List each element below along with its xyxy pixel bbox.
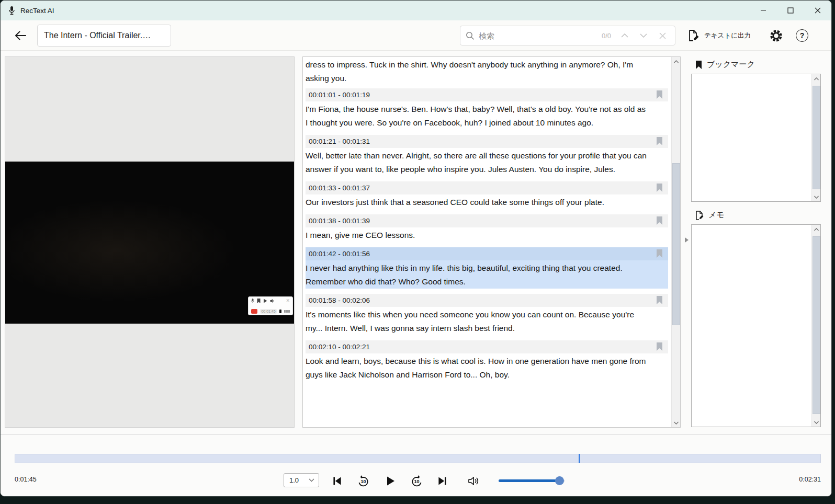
export-text-icon [688,29,699,42]
segment-text: I'm Fiona, the house nurse's. Ben. How's… [306,101,647,130]
transcript-segment[interactable]: 00:01:58 - 00:02:06 It's moments like th… [306,294,647,335]
bookmark-icon[interactable] [656,90,663,99]
bookmarks-list-box[interactable] [691,74,821,202]
volume-button[interactable] [465,472,483,490]
segment-header: 00:01:33 - 00:01:37 [306,181,668,194]
segment-text: Look and learn, boys, because this is wh… [306,353,647,382]
record-badge [251,309,257,314]
scroll-down-arrow-icon[interactable] [672,418,681,427]
segment-header: 00:01:38 - 00:01:39 [306,214,668,227]
scrollbar-thumb[interactable] [672,163,680,325]
previous-button[interactable] [328,472,346,490]
maximize-button[interactable] [777,1,804,20]
rewind-10-button[interactable]: 10 [354,472,373,490]
video-panel: ✕ 00:01:45 [5,56,295,428]
next-button[interactable] [433,472,452,490]
chevron-up-icon [621,33,628,38]
search-match-counter: 0/0 [602,32,611,40]
bookmarks-scrollbar[interactable] [811,74,820,201]
bookmark-icon[interactable] [656,249,663,258]
bookmark-icon [695,61,702,69]
bookmark-icon[interactable] [656,342,663,351]
settings-button[interactable] [768,27,784,44]
scrollbar-thumb[interactable] [813,86,820,189]
maximize-icon [787,7,794,14]
export-text-button[interactable]: テキストに出力 [685,27,754,44]
back-button[interactable] [13,28,28,43]
forward-10-button[interactable]: 10 [407,472,426,490]
scroll-up-arrow-icon[interactable] [812,225,821,234]
panel-expand-handle[interactable] [683,236,690,244]
help-button[interactable]: ? [794,27,810,44]
segment-timestamp: 00:01:21 - 00:01:31 [309,138,370,145]
app-window: RecText AI [0,0,832,497]
minimize-icon [760,7,766,14]
volume-thumb[interactable] [555,476,564,485]
transcript-segment[interactable]: 00:02:10 - 00:02:21 Look and learn, boys… [306,340,647,382]
minimize-button[interactable] [750,1,777,20]
total-time-label: 0:02:31 [776,476,821,483]
segment-timestamp: 00:01:01 - 00:01:19 [309,91,370,99]
segment-header: 00:01:58 - 00:02:06 [306,294,668,307]
app-identity: RecText AI [1,6,54,16]
speaker-icon [467,475,481,487]
transcript-segment[interactable]: 00:01:01 - 00:01:19 I'm Fiona, the house… [306,88,647,130]
triangle-right-icon [685,237,689,243]
scroll-down-arrow-icon[interactable] [812,418,821,427]
video-frame[interactable]: ✕ 00:01:45 [5,162,294,324]
search-prev-button[interactable] [617,28,632,43]
memo-label: メモ [708,210,725,220]
scroll-down-arrow-icon[interactable] [812,192,821,201]
memo-scrollbar[interactable] [811,225,820,427]
speed-value: 1.0 [289,476,299,484]
bookmark-icon[interactable] [656,184,663,192]
recording-overlay[interactable]: ✕ 00:01:45 [248,296,293,315]
play-button[interactable] [381,472,400,490]
progress-bar[interactable] [15,454,821,463]
transcript-segment[interactable]: 00:01:33 - 00:01:37 Our investors just t… [306,181,647,209]
current-time-label: 0:01:45 [15,476,37,483]
stop-icon [279,310,281,313]
microphone-icon [251,299,254,303]
transcript-segment[interactable]: dress to impress. Tuck in the shirt. Why… [306,57,647,85]
video-title-box[interactable]: The Intern - Official Trailer.… [37,25,171,47]
transcript-segment[interactable]: 00:01:38 - 00:01:39 I mean, give me CEO … [306,214,647,242]
search-next-button[interactable] [636,28,651,43]
segment-text: Well, better late than never. Alright, s… [306,148,647,176]
progress-cursor[interactable] [579,454,580,463]
close-icon[interactable]: ✕ [286,299,290,303]
arrow-left-icon [14,30,27,41]
search-clear-button[interactable] [655,28,670,43]
close-button[interactable] [804,1,831,20]
search-input[interactable] [479,31,597,40]
transcript-segment[interactable]: 00:01:42 - 00:01:56 I never had anything… [306,247,668,289]
volume-slider[interactable] [499,479,565,482]
bookmark-icon[interactable] [656,216,663,225]
segment-text: Our investors just think that a seasoned… [306,194,647,209]
scroll-up-arrow-icon[interactable] [812,74,821,83]
gear-icon [769,29,783,43]
scrollbar-thumb[interactable] [813,236,820,414]
svg-text:10: 10 [360,479,366,484]
svg-text:10: 10 [414,479,419,484]
toolbar: The Intern - Official Trailer.… 0/0 [1,20,831,51]
volume-fill [499,479,559,482]
close-icon [815,7,821,14]
microphone-icon [8,6,16,16]
transcript-segment[interactable]: 00:01:21 - 00:01:31 Well, better late th… [306,135,647,176]
segment-timestamp: 00:01:58 - 00:02:06 [309,296,370,304]
transcript-scrollbar[interactable] [671,57,680,427]
transcript-list: dress to impress. Tuck in the shirt. Why… [303,57,671,427]
memo-box[interactable] [691,224,821,427]
rewind-10-icon: 10 [356,474,370,488]
chevron-down-icon [640,33,647,38]
scroll-up-arrow-icon[interactable] [672,57,681,66]
segment-header: 00:01:01 - 00:01:19 [306,88,668,101]
bookmark-icon[interactable] [656,296,663,304]
segment-timestamp: 00:01:42 - 00:01:56 [309,250,370,258]
close-icon [659,32,666,39]
bookmark-icon[interactable] [656,137,663,145]
speed-select[interactable]: 1.0 [284,473,319,487]
speaker-icon [270,299,275,303]
segment-timestamp: 00:01:38 - 00:01:39 [309,217,370,225]
